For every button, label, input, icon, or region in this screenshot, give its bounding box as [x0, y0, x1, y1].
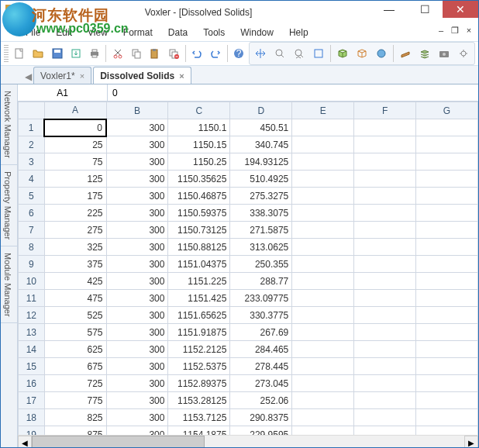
cell[interactable]: 825 — [44, 409, 106, 426]
cell[interactable] — [292, 392, 354, 409]
cell[interactable] — [354, 188, 416, 205]
cell[interactable] — [416, 375, 478, 392]
cell[interactable]: 300 — [106, 256, 168, 273]
cell[interactable] — [416, 324, 478, 341]
row-header[interactable]: 4 — [19, 171, 45, 188]
cell[interactable]: 267.69 — [230, 324, 292, 341]
cell[interactable]: 300 — [106, 307, 168, 324]
column-header[interactable]: G — [416, 102, 478, 119]
cell[interactable]: 675 — [44, 358, 106, 375]
cell[interactable] — [292, 341, 354, 358]
settings-drop-button[interactable] — [454, 44, 473, 63]
cell[interactable] — [292, 409, 354, 426]
cell[interactable]: 340.745 — [230, 136, 292, 153]
cell[interactable] — [354, 119, 416, 136]
cell[interactable] — [292, 222, 354, 239]
cell[interactable]: 125 — [44, 171, 106, 188]
cell[interactable] — [354, 358, 416, 375]
side-tab-property-manager[interactable]: Property Manager — [1, 165, 17, 246]
row-header[interactable]: 19 — [19, 426, 45, 436]
cell[interactable]: 1150.73125 — [168, 222, 230, 239]
cell[interactable]: 300 — [106, 341, 168, 358]
cell[interactable]: 775 — [44, 392, 106, 409]
cell[interactable]: 450.51 — [230, 119, 292, 136]
layers-button[interactable] — [415, 44, 434, 63]
cell[interactable]: 175 — [44, 188, 106, 205]
new-button[interactable] — [11, 44, 29, 63]
cell[interactable]: 425 — [44, 273, 106, 290]
row-header[interactable]: 7 — [19, 222, 45, 239]
cell[interactable]: 1150.15 — [168, 136, 230, 153]
cell[interactable]: 375 — [44, 256, 106, 273]
cell[interactable] — [354, 392, 416, 409]
cell[interactable] — [292, 188, 354, 205]
zoom-drop-button[interactable] — [290, 44, 308, 63]
cell[interactable] — [416, 153, 478, 171]
row-header[interactable]: 10 — [19, 273, 45, 290]
row-header[interactable]: 8 — [19, 239, 45, 256]
side-tab-module-manager[interactable]: Module Manager — [1, 246, 17, 324]
column-header[interactable]: C — [168, 102, 230, 119]
cell[interactable] — [354, 171, 416, 188]
cell[interactable]: 300 — [106, 290, 168, 307]
cell[interactable]: 288.77 — [230, 273, 292, 290]
cell[interactable]: 1150.25 — [168, 153, 230, 171]
cell[interactable] — [292, 136, 354, 153]
cell[interactable]: 233.09775 — [230, 290, 292, 307]
cell[interactable]: 1150.46875 — [168, 188, 230, 205]
cell[interactable]: 625 — [44, 341, 106, 358]
row-header[interactable]: 17 — [19, 392, 45, 409]
menu-file[interactable]: File — [18, 25, 48, 40]
cell[interactable] — [416, 290, 478, 307]
close-button[interactable]: ✕ — [443, 1, 478, 18]
cell[interactable]: 300 — [106, 375, 168, 392]
row-header[interactable]: 6 — [19, 205, 45, 222]
menu-window[interactable]: Window — [233, 25, 281, 40]
row-header[interactable]: 1 — [19, 119, 45, 136]
cell[interactable] — [292, 307, 354, 324]
delete-button[interactable] — [165, 44, 183, 63]
copy-button[interactable] — [127, 44, 145, 63]
cell[interactable] — [354, 273, 416, 290]
row-header[interactable]: 11 — [19, 290, 45, 307]
cell[interactable]: 338.3075 — [230, 205, 292, 222]
cell[interactable] — [354, 290, 416, 307]
menu-help[interactable]: Help — [281, 25, 316, 40]
cube-button[interactable] — [333, 44, 352, 63]
cube2-button[interactable] — [353, 44, 371, 63]
cell[interactable]: 250.355 — [230, 256, 292, 273]
redo-button[interactable] — [207, 44, 225, 63]
cell[interactable]: 1154.1875 — [168, 426, 230, 436]
side-tab-network-manager[interactable]: Network Manager — [1, 84, 17, 165]
cell[interactable] — [354, 375, 416, 392]
cell[interactable]: 1151.225 — [168, 273, 230, 290]
cell[interactable] — [292, 153, 354, 171]
cell[interactable] — [416, 136, 478, 153]
cell[interactable]: 1153.28125 — [168, 392, 230, 409]
cell[interactable] — [292, 205, 354, 222]
tab-voxler1[interactable]: Voxler1*× — [33, 67, 91, 84]
cell[interactable] — [292, 358, 354, 375]
row-header[interactable]: 12 — [19, 307, 45, 324]
menu-tools[interactable]: Tools — [195, 25, 233, 40]
cell[interactable] — [416, 239, 478, 256]
cell[interactable] — [292, 426, 354, 436]
cell[interactable]: 225 — [44, 205, 106, 222]
cell[interactable]: 725 — [44, 375, 106, 392]
cell[interactable]: 300 — [106, 188, 168, 205]
cell[interactable]: 1152.2125 — [168, 341, 230, 358]
import-button[interactable] — [67, 44, 84, 63]
row-header[interactable]: 16 — [19, 375, 45, 392]
menu-view[interactable]: View — [80, 25, 115, 40]
fit-button[interactable] — [309, 44, 328, 63]
print-button[interactable] — [85, 44, 103, 63]
scroll-left-button[interactable]: ◀ — [18, 436, 32, 448]
cell[interactable]: 1150.88125 — [168, 239, 230, 256]
cell[interactable]: 271.5875 — [230, 222, 292, 239]
row-header[interactable]: 14 — [19, 341, 45, 358]
cell[interactable] — [416, 188, 478, 205]
cell[interactable]: 194.93125 — [230, 153, 292, 171]
cell[interactable]: 1153.7125 — [168, 409, 230, 426]
cell[interactable]: 1150.1 — [168, 119, 230, 136]
cell[interactable] — [416, 358, 478, 375]
